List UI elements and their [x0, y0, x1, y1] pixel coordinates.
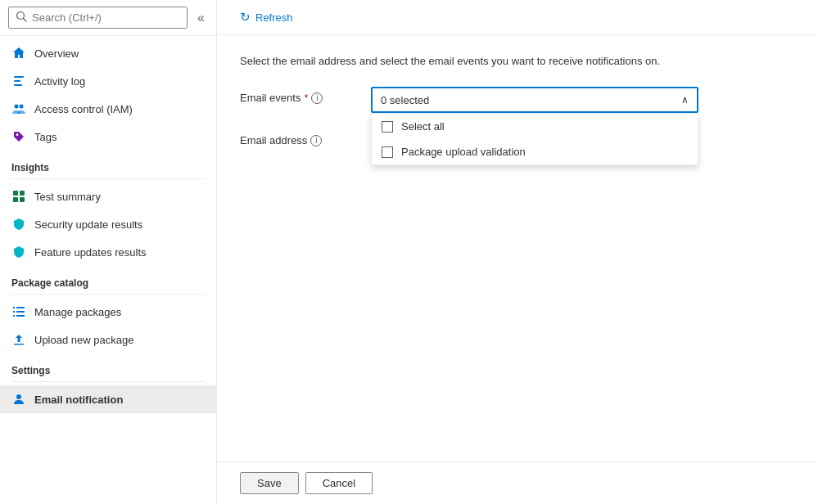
sidebar-item-tags[interactable]: Tags	[0, 123, 216, 151]
dropdown-option-package-upload[interactable]: Package upload validation	[372, 139, 698, 164]
email-address-label-text: Email address	[240, 134, 307, 146]
sidebar-top: «	[0, 0, 216, 36]
email-events-info-icon[interactable]: i	[311, 92, 323, 104]
sidebar-item-test-summary-label: Test summary	[34, 191, 101, 203]
select-all-label: Select all	[401, 120, 445, 133]
upload-icon	[11, 332, 26, 347]
user-icon	[11, 392, 26, 407]
select-all-checkbox[interactable]	[382, 121, 393, 133]
main-content: ↻ Refresh Select the email address and s…	[217, 0, 818, 504]
svg-rect-10	[20, 197, 25, 202]
cancel-button[interactable]: Cancel	[305, 472, 373, 494]
email-events-label: Email events * i	[240, 87, 371, 104]
email-events-dropdown-trigger[interactable]: 0 selected ∧	[371, 87, 698, 113]
refresh-button[interactable]: ↻ Refresh	[233, 7, 300, 28]
sidebar-item-activity-label: Activity log	[34, 75, 85, 88]
search-input[interactable]	[32, 11, 180, 24]
sidebar-item-upload-package[interactable]: Upload new package	[0, 326, 216, 353]
package-catalog-divider	[11, 294, 205, 295]
svg-rect-13	[13, 311, 15, 313]
svg-point-6	[20, 105, 24, 109]
footer-bar: Save Cancel	[217, 461, 818, 504]
sidebar: « Overview Activity log	[0, 0, 217, 504]
search-icon	[16, 11, 27, 25]
svg-rect-15	[13, 315, 15, 317]
package-catalog-section-header: Package catalog	[0, 266, 216, 292]
sidebar-item-email-label: Email notification	[34, 394, 123, 406]
svg-rect-4	[14, 84, 22, 86]
svg-point-5	[15, 105, 19, 109]
svg-line-1	[24, 19, 27, 22]
sidebar-item-security-update[interactable]: Security update results	[0, 210, 216, 238]
sidebar-item-security-label: Security update results	[34, 218, 142, 231]
description-text: Select the email address and select the …	[240, 55, 795, 67]
search-box[interactable]	[8, 7, 188, 29]
dropdown-option-select-all[interactable]: Select all	[372, 114, 698, 139]
sidebar-item-activity-log[interactable]: Activity log	[0, 67, 216, 95]
email-events-dropdown: 0 selected ∧ Select all Package upload v…	[371, 87, 698, 113]
sidebar-item-tags-label: Tags	[34, 131, 56, 143]
refresh-icon: ↻	[240, 10, 251, 25]
sidebar-item-access-label: Access control (IAM)	[34, 103, 133, 115]
settings-divider	[11, 381, 205, 382]
email-address-info-icon[interactable]: i	[310, 135, 322, 146]
sidebar-item-feature-updates[interactable]: Feature updates results	[0, 238, 216, 266]
insights-divider	[11, 178, 205, 179]
sidebar-item-feature-label: Feature updates results	[34, 246, 147, 259]
tags-icon	[11, 129, 26, 144]
package-upload-label: Package upload validation	[401, 146, 526, 158]
svg-rect-11	[13, 307, 15, 308]
svg-rect-3	[14, 80, 20, 82]
shield2-icon	[11, 245, 26, 259]
sidebar-item-test-summary[interactable]: Test summary	[0, 182, 216, 210]
svg-rect-16	[16, 315, 25, 317]
svg-rect-2	[14, 76, 24, 78]
sidebar-item-email-notification[interactable]: Email notification	[0, 385, 216, 413]
sidebar-item-upload-label: Upload new package	[34, 334, 133, 346]
chevron-up-icon: ∧	[681, 94, 689, 106]
svg-rect-17	[14, 344, 24, 345]
refresh-label: Refresh	[255, 11, 293, 24]
sidebar-item-overview[interactable]: Overview	[0, 39, 216, 67]
list-icon	[11, 304, 26, 319]
access-icon	[11, 101, 26, 116]
insights-section-header: Insights	[0, 151, 216, 177]
shield-icon	[11, 217, 26, 232]
svg-rect-9	[13, 197, 18, 202]
selected-count: 0 selected	[381, 94, 429, 106]
sidebar-item-manage-packages[interactable]: Manage packages	[0, 298, 216, 326]
email-events-label-text: Email events	[240, 92, 301, 104]
email-address-label: Email address i	[240, 129, 371, 146]
toolbar: ↻ Refresh	[217, 0, 818, 35]
svg-rect-12	[16, 307, 25, 308]
email-events-row: Email events * i 0 selected ∧ Select all	[240, 87, 795, 113]
sidebar-item-access-control[interactable]: Access control (IAM)	[0, 95, 216, 123]
sidebar-item-manage-packages-label: Manage packages	[34, 306, 121, 318]
grid-icon	[11, 189, 26, 204]
sidebar-navigation: Overview Activity log	[0, 36, 216, 413]
content-area: Select the email address and select the …	[217, 35, 818, 461]
svg-rect-8	[20, 191, 25, 196]
save-button[interactable]: Save	[240, 472, 299, 494]
svg-rect-14	[16, 311, 25, 313]
settings-section-header: Settings	[0, 353, 216, 380]
email-events-dropdown-menu: Select all Package upload validation	[371, 113, 698, 165]
sidebar-item-overview-label: Overview	[34, 47, 79, 60]
required-star: *	[304, 92, 308, 104]
activity-icon	[11, 74, 26, 88]
svg-rect-7	[13, 191, 18, 196]
collapse-sidebar-button[interactable]: «	[194, 9, 208, 27]
package-upload-checkbox[interactable]	[382, 146, 393, 158]
svg-point-18	[16, 394, 21, 399]
home-icon	[11, 46, 26, 61]
